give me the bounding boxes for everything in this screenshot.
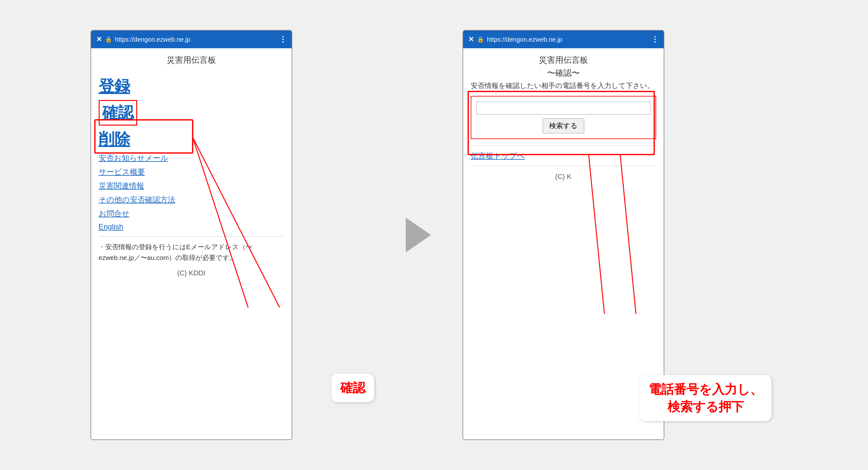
callout-right-line2: 検索する押下 (668, 400, 744, 414)
left-section: ✕ 🔒 https://dengon.ezweb.ne.jp ⋮ 災害用伝言板 … (91, 30, 374, 440)
nav-link-other[interactable]: その他の安否確認方法 (99, 195, 284, 205)
left-url-display: https://dengon.ezweb.ne.jp (115, 36, 276, 43)
right-divider (471, 145, 656, 146)
callout-right-line1: 電話番号を入力し、 (649, 382, 763, 396)
nav-link-anpi-mail[interactable]: 安否お知らせメール (99, 153, 284, 163)
right-menu-icon[interactable]: ⋮ (651, 35, 659, 44)
footer-note: ・安否情報の登録を行うにはEメールアドレス（〜ezweb.ne.jp／〜au.c… (99, 242, 284, 263)
left-phone-wrapper: ✕ 🔒 https://dengon.ezweb.ne.jp ⋮ 災害用伝言板 … (91, 30, 292, 440)
left-page-content: 災害用伝言板 登録 確認 削除 安否お知らせメール サービス概要 災害関連情報 … (91, 48, 292, 439)
confirm-heading: 〜確認〜 (471, 67, 656, 79)
divider (99, 236, 284, 237)
left-page-title: 災害用伝言板 (99, 55, 284, 68)
right-divider2 (471, 166, 656, 166)
right-page-title: 災害用伝言板 (471, 55, 656, 66)
nav-link-service[interactable]: サービス概要 (99, 167, 284, 177)
callout-left: 確認 (331, 374, 374, 402)
menu-icon[interactable]: ⋮ (279, 35, 287, 44)
right-browser-bar: ✕ 🔒 https://dengon.ezweb.ne.jp ⋮ (463, 31, 664, 48)
right-copyright: (C) K (471, 173, 656, 181)
right-url-display: https://dengon.ezweb.ne.jp (487, 36, 648, 43)
nav-link-contact[interactable]: お問合せ (99, 208, 284, 218)
right-close-icon[interactable]: ✕ (468, 35, 474, 43)
right-lock-icon: 🔒 (477, 36, 484, 43)
back-to-top-link[interactable]: 伝言板トップへ (471, 151, 656, 161)
phone-number-input[interactable] (476, 101, 650, 115)
lock-icon: 🔒 (105, 36, 112, 43)
right-arrow-shape (406, 218, 431, 252)
nav-link-delete[interactable]: 削除 (99, 129, 284, 150)
search-button[interactable]: 検索する (542, 118, 584, 134)
nav-link-register[interactable]: 登録 (99, 76, 284, 97)
nav-link-confirm[interactable]: 確認 (99, 100, 137, 125)
right-page-content: 災害用伝言板 〜確認〜 安否情報を確認したい相手の電話番号を入力して下さい。 検… (463, 48, 664, 439)
close-icon[interactable]: ✕ (96, 35, 102, 43)
left-copyright: (C) KDDI (99, 269, 284, 277)
left-phone-frame: ✕ 🔒 https://dengon.ezweb.ne.jp ⋮ 災害用伝言板 … (91, 30, 292, 440)
nav-link-disaster[interactable]: 災害関連情報 (99, 181, 284, 191)
nav-link-english[interactable]: English (99, 223, 284, 231)
search-box-area: 検索する (471, 96, 656, 139)
left-browser-bar: ✕ 🔒 https://dengon.ezweb.ne.jp ⋮ (91, 31, 292, 48)
callout-left-text: 確認 (340, 381, 365, 394)
callout-right: 電話番号を入力し、 検索する押下 (640, 375, 772, 421)
right-phone-wrapper: ✕ 🔒 https://dengon.ezweb.ne.jp ⋮ 災害用伝言板 … (463, 30, 664, 440)
navigation-arrow (400, 218, 437, 252)
right-section: ✕ 🔒 https://dengon.ezweb.ne.jp ⋮ 災害用伝言板 … (463, 30, 778, 440)
confirm-desc: 安否情報を確認したい相手の電話番号を入力して下さい。 (471, 81, 656, 91)
right-phone-frame: ✕ 🔒 https://dengon.ezweb.ne.jp ⋮ 災害用伝言板 … (463, 30, 664, 440)
